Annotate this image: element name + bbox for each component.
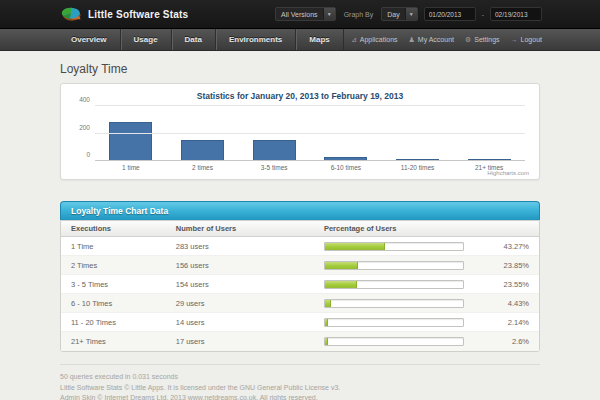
percentage-progress-fill	[325, 262, 358, 269]
app-title: Little Software Stats	[88, 9, 188, 20]
date-range-separator: -	[482, 11, 484, 18]
nav-utility-logout[interactable]: →Logout	[511, 36, 542, 43]
nav-item-data[interactable]: Data	[172, 29, 216, 50]
chart-bar-column	[167, 106, 239, 161]
date-to-input[interactable]	[490, 7, 542, 21]
nav-utility-label: Applications	[360, 36, 398, 43]
nav-utility-my-account[interactable]: ♟My Account	[409, 36, 454, 44]
table-row: 11 - 20 Times14 users2.14%	[61, 313, 539, 332]
users-count-cell: 14 users	[176, 318, 324, 327]
chart-y-tick-label: 400	[71, 96, 90, 103]
percentage-progress-bar	[324, 261, 464, 270]
chart-y-tick-label: 200	[71, 123, 90, 130]
percentage-progress-bar	[324, 242, 464, 251]
chart-x-tick-label: 6-10 times	[310, 164, 382, 171]
app-brand[interactable]: Little Software Stats	[60, 7, 188, 22]
graph-by-select[interactable]: Day ▼	[381, 7, 417, 21]
users-count-cell: 283 users	[176, 242, 324, 251]
executions-cell: 11 - 20 Times	[61, 318, 176, 327]
nav-utility-applications[interactable]: ⊿Applications	[351, 36, 398, 44]
percentage-value: 2.6%	[464, 337, 539, 346]
chart-bars	[95, 106, 525, 161]
nav-menu: OverviewUsageDataEnvironmentsMaps	[58, 29, 344, 50]
column-header-executions: Executions	[61, 224, 176, 233]
percentage-value: 23.85%	[464, 261, 539, 270]
footer-line: 50 queries executed in 0.031 seconds	[60, 372, 540, 383]
percentage-value: 2.14%	[464, 318, 539, 327]
chart-bar[interactable]	[253, 140, 296, 161]
table-row: 21+ Times17 users2.6%	[61, 332, 539, 351]
logout-arrow-icon: →	[511, 36, 518, 43]
table-header-row: Executions Number of Users Percentage of…	[61, 221, 539, 237]
graph-by-select-value: Day	[387, 11, 399, 18]
table-row: 2 Times156 users23.85%	[61, 256, 539, 275]
chart-bar-column	[95, 106, 167, 161]
percentage-cell: 2.14%	[324, 318, 539, 327]
percentage-cell: 23.85%	[324, 261, 539, 270]
nav-utility-menu: ⊿Applications♟My Account⚙Settings→Logout	[351, 29, 542, 50]
nav-item-environments[interactable]: Environments	[216, 29, 296, 50]
column-header-percentage-of-users: Percentage of Users	[324, 224, 539, 233]
chart-x-tick-label: 2 times	[167, 164, 239, 171]
percentage-progress-fill	[325, 243, 385, 250]
table-body: 1 Time283 users43.27%2 Times156 users23.…	[61, 237, 539, 351]
percentage-progress-bar	[324, 318, 464, 327]
percentage-value: 4.43%	[464, 299, 539, 308]
percentage-progress-fill	[325, 319, 328, 326]
table-row: 1 Time283 users43.27%	[61, 237, 539, 256]
executions-cell: 21+ Times	[61, 337, 176, 346]
versions-select-value: All Versions	[281, 11, 318, 18]
versions-select[interactable]: All Versions ▼	[275, 7, 336, 21]
gear-icon: ⚙	[465, 36, 471, 44]
table-row: 3 - 5 Times154 users23.55%	[61, 275, 539, 294]
nav-utility-settings[interactable]: ⚙Settings	[465, 36, 500, 44]
chart-bar-column	[382, 106, 454, 161]
page-footer: 50 queries executed in 0.031 secondsLitt…	[60, 364, 540, 400]
chevron-down-icon: ▼	[405, 8, 417, 20]
users-count-cell: 29 users	[176, 299, 324, 308]
nav-item-maps[interactable]: Maps	[296, 29, 343, 50]
users-count-cell: 154 users	[176, 280, 324, 289]
top-header-bar: Little Software Stats All Versions ▼ Gra…	[0, 0, 600, 28]
percentage-cell: 43.27%	[324, 242, 539, 251]
table-title-bar: Loyalty Time Chart Data	[60, 201, 540, 220]
page-title: Loyalty Time	[60, 62, 540, 76]
users-count-cell: 156 users	[176, 261, 324, 270]
chart-bar[interactable]	[109, 122, 152, 161]
user-icon: ♟	[409, 36, 415, 44]
highcharts-credit-link[interactable]: Highcharts.com	[487, 170, 529, 176]
chart-x-tick-label: 1 time	[95, 164, 167, 171]
chart-bar[interactable]	[181, 140, 224, 161]
pie-chart-logo-icon	[60, 7, 82, 22]
percentage-progress-fill	[325, 300, 331, 307]
bar-chart-icon: ⊿	[351, 36, 357, 44]
nav-item-overview[interactable]: Overview	[58, 29, 121, 50]
table-row: 6 - 10 Times29 users4.43%	[61, 294, 539, 313]
nav-utility-label: My Account	[418, 36, 454, 43]
percentage-progress-fill	[325, 338, 329, 345]
chart-x-tick-label: 3-5 times	[238, 164, 310, 171]
date-from-input[interactable]	[424, 7, 476, 21]
percentage-cell: 23.55%	[324, 280, 539, 289]
column-header-number-of-users: Number of Users	[176, 224, 324, 233]
chart-gridline	[95, 160, 525, 161]
chart-bar-column	[238, 106, 310, 161]
main-content: Loyalty Time Statistics for January 20, …	[60, 62, 540, 352]
percentage-value: 43.27%	[464, 242, 539, 251]
footer-line: Admin Skin © Internet Dreams Ltd. 2013 w…	[60, 393, 540, 400]
percentage-progress-bar	[324, 337, 464, 346]
chart-gridline	[95, 133, 525, 134]
executions-cell: 6 - 10 Times	[61, 299, 176, 308]
footer-line: Little Software Stats © Little Apps. It …	[60, 383, 540, 394]
chart-plot-area: 0200400	[95, 106, 525, 161]
main-navbar: OverviewUsageDataEnvironmentsMaps ⊿Appli…	[0, 28, 600, 51]
nav-utility-label: Settings	[474, 36, 499, 43]
executions-cell: 3 - 5 Times	[61, 280, 176, 289]
executions-cell: 2 Times	[61, 261, 176, 270]
percentage-progress-bar	[324, 280, 464, 289]
nav-utility-label: Logout	[521, 36, 542, 43]
nav-item-usage[interactable]: Usage	[121, 29, 172, 50]
chart-y-tick-label: 0	[71, 151, 90, 158]
users-count-cell: 17 users	[176, 337, 324, 346]
chevron-down-icon: ▼	[323, 8, 335, 20]
